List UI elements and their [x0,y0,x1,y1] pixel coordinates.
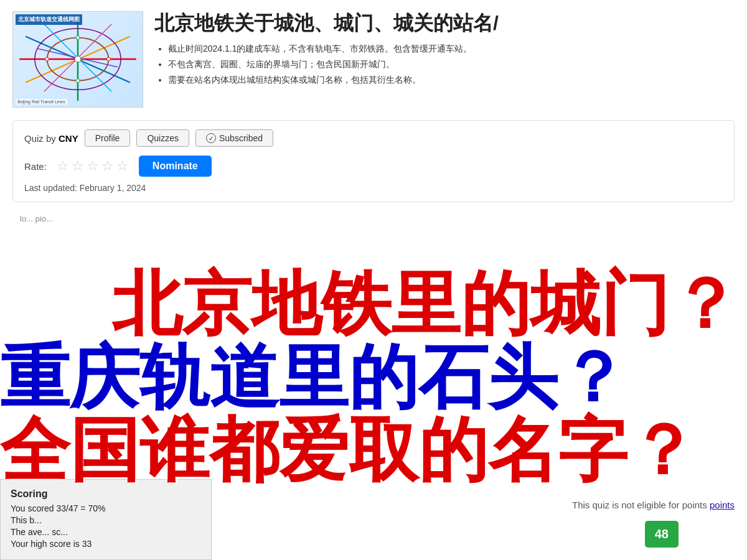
map-svg [13,12,143,107]
star-rating[interactable]: ☆ ☆ ☆ ☆ ☆ [57,158,129,174]
map-inner: 北京城市轨道交通线网图 Beijing Rail Transit Lines [13,12,143,107]
map-label-text: 北京城市轨道交通线网图 [18,16,80,24]
rate-label: Rate: [24,161,47,172]
subscribed-button[interactable]: ✓ Subscribed [195,129,273,147]
scoring-panel: Scoring You scored 33/47 = 70% This b...… [0,479,212,560]
scoring-line-3: The ave... sc... [11,527,201,537]
scoring-title: Scoring [11,488,201,500]
svg-point-10 [45,57,49,61]
star-5[interactable]: ☆ [116,158,129,174]
nominate-button[interactable]: Nominate [139,156,212,177]
scoring-line-1: You scored 33/47 = 70% [11,503,201,513]
bullet-1: 截止时间2024.1.1的建成车站，不含有轨电车、市郊铁路。包含暂缓开通车站。 [168,42,735,55]
bullet-2: 不包含离宫、园囿、坛庙的界墙与门；包含民国新开城门。 [168,58,735,71]
quiz-meta-bar: Quiz by CNY Profile Quizzes ✓ Subscribed… [12,120,735,202]
profile-button[interactable]: Profile [85,129,131,147]
overlay-line-2: 重庆轨道里的石头？ [0,341,747,414]
green-badge: 48 [645,521,679,548]
mid-content: lo... pio... [12,208,735,228]
scoring-line-4: Your high score is 33 [11,539,201,549]
quizzes-button[interactable]: Quizzes [136,129,189,147]
points-link[interactable]: points [710,500,735,510]
svg-point-11 [106,57,110,61]
svg-point-12 [76,35,80,39]
star-4[interactable]: ☆ [101,158,114,174]
mid-content-text: lo... pio... [20,214,53,223]
star-2[interactable]: ☆ [72,158,84,174]
map-thumbnail: 北京城市轨道交通线网图 Beijing Rail Transit Lines [12,11,143,108]
svg-point-9 [75,56,81,62]
quiz-bullets: 截止时间2024.1.1的建成车站，不含有轨电车、市郊铁路。包含暂缓开通车站。 … [154,42,735,86]
rate-row: Rate: ☆ ☆ ☆ ☆ ☆ Nominate [24,156,723,177]
star-1[interactable]: ☆ [57,158,69,174]
svg-point-13 [76,79,80,83]
scoring-line-2: This b... [11,515,201,525]
map-label: 北京城市轨道交通线网图 [16,14,82,25]
quiz-by-row: Quiz by CNY Profile Quizzes ✓ Subscribed [24,129,723,147]
map-sublabel: Beijing Rail Transit Lines [16,99,67,105]
last-updated: Last updated: February 1, 2024 [24,183,723,193]
overlay-line-1: 北京地铁里的城门？ [0,268,747,341]
overlay-line-3: 全国谁都爱取的名字？ [0,414,747,487]
bullet-3: 需要在站名内体现出城垣结构实体或城门名称，包括其衍生名称。 [168,73,735,86]
check-circle-icon: ✓ [206,133,216,143]
quiz-author: CNY [59,133,78,144]
quiz-info: 北京地铁关于城池、城门、城关的站名/ 截止时间2024.1.1的建成车站，不含有… [143,11,735,89]
star-3[interactable]: ☆ [87,158,99,174]
quiz-title: 北京地铁关于城池、城门、城关的站名/ [154,11,735,35]
points-message: This quiz is not eligible for points poi… [572,500,735,510]
overlay-text-container: 北京地铁里的城门？ 重庆轨道里的石头？ 全国谁都爱取的名字？ [0,268,747,487]
quiz-by-text: Quiz by CNY [24,133,78,144]
top-section: 北京城市轨道交通线网图 Beijing Rail Transit Lines 北… [0,0,747,114]
